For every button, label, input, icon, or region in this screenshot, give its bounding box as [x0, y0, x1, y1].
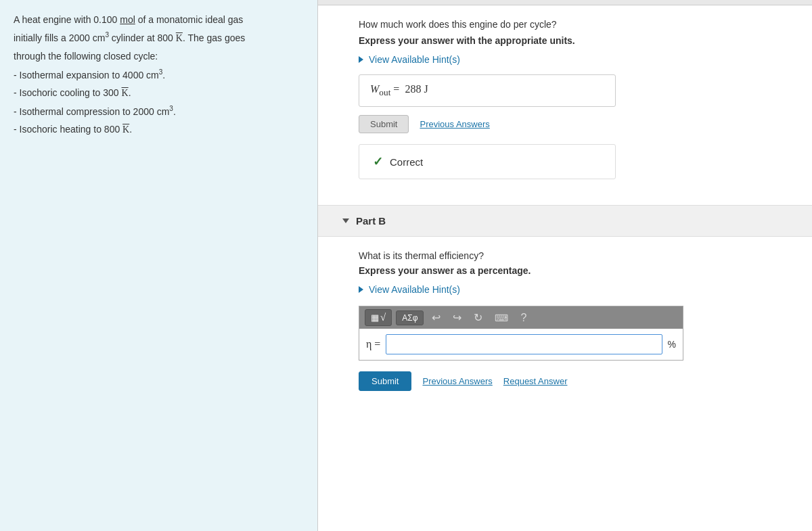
symbol-label: ΑΣφ: [402, 313, 418, 323]
matrix-icon: ▦: [371, 313, 379, 323]
part-b-submit-button[interactable]: Submit: [359, 371, 411, 391]
math-input-container: ▦ √ ΑΣφ ↩ ↪ ↻ ⌨ ?: [359, 306, 683, 361]
redo-button[interactable]: ↪: [449, 310, 466, 325]
part-b-express: Express your answer as a percentage.: [359, 265, 785, 276]
keyboard-icon: ⌨: [495, 313, 508, 323]
redo-icon: ↪: [453, 312, 461, 323]
part-a-section: How much work does this engine do per cy…: [318, 5, 812, 198]
undo-icon: ↩: [432, 312, 441, 323]
problem-step-1: - Isothermal expansion to 4000 cm3.: [14, 67, 304, 83]
part-b-submit-row: Submit Previous Answers Request Answer: [359, 371, 785, 391]
part-a-answer-box: Wout = 288 J: [359, 74, 616, 107]
request-answer-link[interactable]: Request Answer: [503, 376, 568, 386]
part-b-hint-arrow-icon: [359, 286, 363, 293]
correct-box: ✓ Correct: [359, 144, 616, 179]
math-input-row: η = %: [359, 329, 683, 360]
hint-arrow-icon: [359, 56, 363, 63]
checkmark-icon: ✓: [373, 154, 383, 169]
problem-step-4: - Isochoric heating to 800 K.: [14, 122, 304, 137]
symbol-button[interactable]: ΑΣφ: [396, 310, 424, 325]
part-b-question: What is its thermal efficiency?: [359, 250, 785, 261]
matrix-button[interactable]: ▦ √: [365, 309, 392, 326]
part-a-prev-answers-link[interactable]: Previous Answers: [420, 119, 489, 129]
refresh-icon: ↻: [474, 312, 482, 323]
math-toolbar: ▦ √ ΑΣφ ↩ ↪ ↻ ⌨ ?: [359, 306, 683, 329]
part-b-prev-answers-link[interactable]: Previous Answers: [422, 376, 492, 386]
problem-line-2: initially fills a 2000 cm3 cylinder at 8…: [14, 30, 304, 46]
percent-label: %: [668, 339, 676, 350]
part-b-hint-link-text: View Available Hint(s): [369, 284, 460, 295]
answer-formula: Wout = 288 J: [370, 83, 428, 95]
problem-step-3: - Isothermal compression to 2000 cm3.: [14, 103, 304, 119]
answer-panel: How much work does this engine do per cy…: [318, 0, 812, 531]
part-b-header[interactable]: Part B: [318, 205, 812, 237]
top-bar: [318, 0, 812, 5]
hint-link-text: View Available Hint(s): [369, 54, 460, 65]
part-a-hint-link[interactable]: View Available Hint(s): [359, 54, 785, 65]
help-icon: ?: [520, 312, 526, 323]
sqrt-icon: √: [380, 312, 386, 323]
part-a-express: Express your answer with the appropriate…: [359, 35, 785, 46]
problem-step-2: - Isochoric cooling to 300 K.: [14, 85, 304, 101]
part-b-collapse-arrow[interactable]: [342, 218, 349, 223]
problem-line-3: through the following closed cycle:: [14, 49, 304, 64]
problem-line-1: A heat engine with 0.100 mol of a monato…: [14, 12, 304, 27]
keyboard-button[interactable]: ⌨: [491, 310, 512, 325]
refresh-button[interactable]: ↻: [470, 310, 487, 325]
undo-button[interactable]: ↩: [428, 310, 445, 325]
part-b-section: What is its thermal efficiency? Express …: [318, 237, 812, 405]
problem-panel: A heat engine with 0.100 mol of a monato…: [0, 0, 318, 531]
eta-label: η =: [366, 338, 380, 350]
part-b-label: Part B: [356, 215, 386, 227]
efficiency-input[interactable]: [386, 334, 662, 354]
correct-label: Correct: [390, 156, 423, 168]
part-a-question: How much work does this engine do per cy…: [359, 19, 785, 30]
help-button[interactable]: ?: [516, 310, 531, 325]
part-b-hint-link[interactable]: View Available Hint(s): [359, 284, 785, 295]
part-a-submit-row: Submit Previous Answers: [359, 115, 785, 133]
part-a-submit-button[interactable]: Submit: [359, 115, 409, 133]
